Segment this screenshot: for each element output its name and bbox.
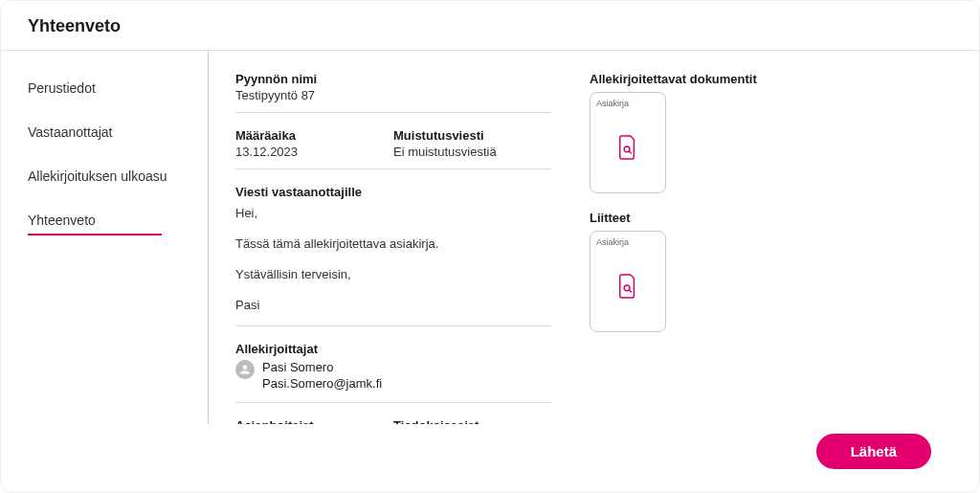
document-card-sign[interactable]: Asiakirja — [590, 92, 666, 193]
sign-documents-label: Allekirjoitettavat dokumentit — [590, 72, 979, 86]
signer-name: Pasi Somero — [262, 360, 382, 376]
document-name: Asiakirja — [596, 237, 659, 247]
document-card-attachment[interactable]: Asiakirja — [590, 231, 666, 332]
svg-line-3 — [629, 290, 631, 292]
request-name-label: Pyynnön nimi — [235, 72, 551, 86]
message-label: Viesti vastaanottajille — [235, 185, 551, 199]
message-line: Pasi — [235, 295, 551, 316]
svg-line-1 — [629, 151, 631, 153]
send-button[interactable]: Lähetä — [816, 434, 931, 469]
sidebar-item-summary[interactable]: Yhteenveto — [28, 204, 162, 235]
message-line: Ystävällisin terveisin, — [235, 264, 551, 285]
page-title: Yhteenveto — [28, 16, 952, 36]
message-line: Hei, — [235, 203, 551, 224]
message-body: Hei, Tässä tämä allekirjoitettava asiaki… — [235, 203, 551, 316]
request-name-value: Testipyyntö 87 — [235, 88, 551, 102]
reminder-value: Ei muistutusviestiä — [393, 145, 551, 159]
deadline-label: Määräaika — [235, 128, 393, 143]
avatar-icon — [235, 360, 255, 379]
svg-point-0 — [624, 146, 630, 152]
sidebar-item-basics[interactable]: Perustiedot — [28, 72, 96, 106]
reminder-label: Muistutusviesti — [393, 128, 551, 143]
deadline-value: 13.12.2023 — [235, 145, 393, 159]
signer-row: Pasi Somero Pasi.Somero@jamk.fi — [235, 360, 551, 392]
signer-email: Pasi.Somero@jamk.fi — [262, 376, 382, 392]
message-line: Tässä tämä allekirjoitettava asiakirja. — [235, 234, 551, 255]
signers-label: Allekirjoittajat — [235, 342, 551, 356]
sidebar-item-signature-appearance[interactable]: Allekirjoituksen ulkoasu — [28, 160, 167, 194]
document-name: Asiakirja — [596, 99, 659, 108]
attachments-label: Liitteet — [590, 211, 979, 225]
svg-point-2 — [624, 285, 630, 291]
document-search-icon — [617, 274, 638, 299]
sidebar-item-recipients[interactable]: Vastaanottajat — [28, 116, 112, 150]
document-search-icon — [617, 135, 638, 160]
sidebar: Perustiedot Vastaanottajat Allekirjoituk… — [1, 51, 208, 424]
